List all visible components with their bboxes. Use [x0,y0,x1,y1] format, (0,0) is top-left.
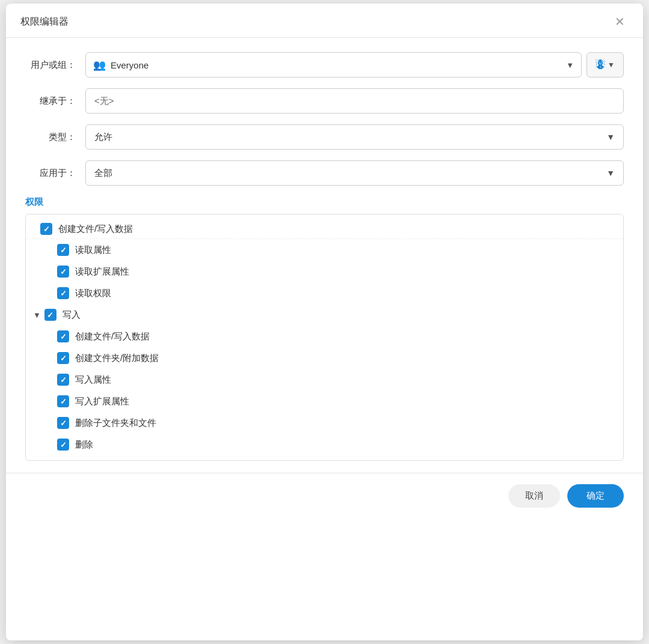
perm-item-write-ext-attr: ✓ 写入扩展属性 [26,390,623,412]
inherit-label: 继承于： [25,96,85,107]
type-chevron-icon: ▼ [606,132,615,142]
permissions-box: ✓ 创建文件/写入数据 ✓ 读取属性 ✓ 读取扩展属性 [25,214,624,461]
label-read-ext-attr: 读取扩展属性 [75,266,129,278]
label-delete-sub: 删除子文件夹和文件 [75,418,156,429]
checkbox-write-attr[interactable]: ✓ [57,374,69,386]
apply-control: 全部 ▼ [85,160,624,186]
type-dropdown[interactable]: 允许 ▼ [85,124,624,150]
apply-row: 应用于： 全部 ▼ [25,160,624,186]
checkbox-delete[interactable]: ✓ [57,439,69,451]
ok-button[interactable]: 确定 [567,484,624,508]
filter-button[interactable]: ⛇ ▼ [587,52,624,77]
perm-item-read-attr: ✓ 读取属性 [26,239,623,261]
checkbox-delete-sub[interactable]: ✓ [57,417,69,429]
label-create-file: 创建文件/写入数据 [75,331,150,342]
label-write-group: 写入 [62,309,81,321]
inherit-input[interactable] [85,88,624,114]
dialog-header: 权限编辑器 ✕ [6,4,643,38]
label-write-attr: 写入属性 [75,374,111,386]
perm-item-write-attr: ✓ 写入属性 [26,369,623,390]
label-create-folder: 创建文件夹/附加数据 [75,353,159,364]
dialog-footer: 取消 确定 [6,473,643,518]
user-select-dropdown[interactable]: 👥 Everyone ▼ [85,52,582,77]
permissions-section-title: 权限 [25,196,624,208]
perm-item-create-folder: ✓ 创建文件夹/附加数据 [26,347,623,369]
perm-item-create-file: ✓ 创建文件/写入数据 [26,326,623,347]
label-delete: 删除 [75,439,93,451]
user-select-chevron-icon: ▼ [566,61,574,70]
label-read-attr: 读取属性 [75,245,111,256]
close-button[interactable]: ✕ [611,14,629,29]
type-label: 类型： [25,132,85,143]
inherit-row: 继承于： [25,88,624,114]
perm-group-write: ▼ ✓ 写入 [26,304,623,326]
apply-value: 全部 [94,168,112,179]
apply-dropdown[interactable]: 全部 ▼ [85,160,624,186]
checkbox-create-file[interactable]: ✓ [57,330,69,342]
user-group-row: 用户或组： 👥 Everyone ▼ ⛇ ▼ [25,52,624,77]
user-group-label: 用户或组： [25,59,85,71]
checkbox-read-ext-attr[interactable]: ✓ [57,266,69,278]
apply-label: 应用于： [25,168,85,179]
permission-editor-dialog: 权限编辑器 ✕ 用户或组： 👥 Everyone ▼ ⛇ ▼ 继承于： [6,4,643,640]
perm-item-read-perm: ✓ 读取权限 [26,282,623,304]
filter-chevron-icon: ▼ [608,61,615,69]
write-expand-arrow-icon[interactable]: ▼ [33,311,41,320]
checkbox-read-perm[interactable]: ✓ [57,287,69,299]
checkbox-truncated[interactable]: ✓ [40,223,52,235]
perm-item-read-ext-attr: ✓ 读取扩展属性 [26,261,623,282]
checkbox-read-attr[interactable]: ✓ [57,244,69,256]
cancel-button[interactable]: 取消 [508,484,560,508]
user-group-control: 👥 Everyone ▼ ⛇ ▼ [85,52,624,77]
perm-item-delete: ✓ 删除 [26,434,623,455]
checkbox-write-group[interactable]: ✓ [44,309,56,321]
apply-chevron-icon: ▼ [606,168,615,178]
type-value: 允许 [94,132,112,143]
label-read-perm: 读取权限 [75,288,111,299]
funnel-icon: ⛇ [596,59,605,70]
checkbox-write-ext-attr[interactable]: ✓ [57,395,69,407]
perm-item-delete-sub: ✓ 删除子文件夹和文件 [26,412,623,434]
truncated-label: 创建文件/写入数据 [58,223,133,235]
dialog-title: 权限编辑器 [20,16,69,28]
checkbox-create-folder[interactable]: ✓ [57,352,69,364]
user-select-value: Everyone [111,60,566,70]
dialog-body: 用户或组： 👥 Everyone ▼ ⛇ ▼ 继承于： 类型： [6,38,643,473]
label-write-ext-attr: 写入扩展属性 [75,396,129,407]
users-icon: 👥 [93,59,106,71]
type-control: 允许 ▼ [85,124,624,150]
inherit-control [85,88,624,114]
type-row: 类型： 允许 ▼ [25,124,624,150]
permissions-truncated-top: ✓ 创建文件/写入数据 [26,219,623,239]
